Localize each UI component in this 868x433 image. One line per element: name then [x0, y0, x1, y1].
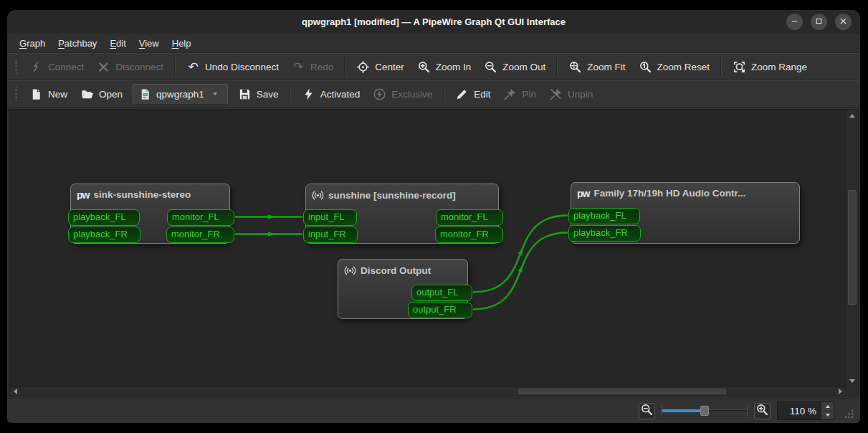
zoom-reset-button[interactable]: Zoom Reset	[632, 57, 717, 77]
pin-icon	[503, 87, 517, 101]
pw-icon: pw	[77, 190, 89, 200]
arrow-left-icon	[14, 389, 17, 394]
toolbar-button-label: Disconnect	[115, 62, 163, 72]
port-monitor-fr[interactable]: monitor_FR	[166, 227, 234, 243]
zoom-in-button[interactable]: Zoom In	[411, 57, 478, 77]
port-playback-fr[interactable]: playback_FR	[68, 227, 140, 243]
toolbar-button-label: Pin	[522, 89, 536, 100]
patchbay-selector-value: qpwgraph1	[156, 89, 204, 100]
menu-patchbay[interactable]: Patchbay	[52, 36, 103, 51]
port-playback-fl[interactable]: playback_FL	[68, 209, 140, 226]
scrollbar-corner	[846, 386, 858, 396]
save-icon	[238, 87, 252, 101]
node-sink-sunshine-stereo[interactable]: pwsink-sunshine-stereoplayback_FLplaybac…	[70, 184, 230, 244]
zoom-slider[interactable]	[662, 404, 748, 418]
zoom-out-button[interactable]	[639, 403, 655, 419]
toolbar-button-label: Zoom Fit	[587, 62, 625, 72]
menubar: GraphPatchbayEditViewHelp	[7, 34, 860, 53]
port-input-fr[interactable]: input_FR	[303, 227, 358, 243]
toolbar-button-label: Zoom Out	[502, 62, 545, 72]
zoom-fit-button[interactable]: Zoom Fit	[562, 57, 631, 77]
toolbar-button-label: Undo Disconnect	[205, 62, 279, 72]
menu-graph[interactable]: Graph	[13, 36, 52, 51]
zoom-spin-down-button[interactable]	[821, 411, 834, 420]
menu-help[interactable]: Help	[166, 36, 198, 51]
maximize-button[interactable]	[811, 14, 827, 30]
node-sunshine-sunshine-record[interactable]: sunshine [sunshine-record]input_FLinput_…	[305, 184, 499, 244]
window-title: qpwgraph1 [modified] — A PipeWire Graph …	[7, 16, 860, 27]
vertical-scroll-thumb[interactable]	[848, 190, 857, 305]
minimize-button[interactable]	[786, 14, 803, 30]
node-title-text: Family 17h/19h HD Audio Contr...	[593, 188, 745, 199]
port-input-fl[interactable]: input_FL	[303, 209, 357, 226]
open-button[interactable]: Open	[74, 84, 129, 105]
zoom-in-button[interactable]	[754, 403, 771, 419]
new-button[interactable]: New	[23, 84, 74, 105]
spin-up-icon	[826, 405, 830, 408]
graph-canvas[interactable]: pwsink-sunshine-stereoplayback_FLplaybac…	[9, 110, 846, 386]
patchbay-selector-combobox[interactable]: qpwgraph1	[133, 84, 228, 105]
maximize-icon	[814, 16, 824, 29]
pin-button: Pin	[497, 84, 543, 105]
qpwgraph-window: qpwgraph1 [modified] — A PipeWire Graph …	[7, 10, 860, 423]
node-title-bar: pwsink-sunshine-stereo	[71, 184, 229, 200]
activated-button[interactable]: Activated	[295, 84, 367, 105]
toolbar-drag-handle[interactable]	[14, 60, 18, 74]
vertical-scrollbar[interactable]	[846, 110, 858, 386]
center-button[interactable]: Center	[350, 57, 411, 77]
node-title-text: sink-sunshine-stereo	[93, 189, 191, 200]
menu-view[interactable]: View	[133, 36, 166, 51]
zoom-range-button[interactable]: Zoom Range	[726, 57, 814, 77]
horizontal-scrollbar[interactable]	[9, 386, 846, 396]
scroll-left-button[interactable]	[9, 387, 21, 396]
connect-button: Connect	[23, 57, 90, 77]
port-output-fr[interactable]: output_FR	[408, 302, 472, 318]
wire-discord-output-output-fr--family-17h-19h-hd-audio-contr-playback-fr[interactable]	[473, 233, 568, 310]
toolbar-button-label: Center	[375, 62, 404, 72]
scroll-down-button[interactable]	[846, 375, 858, 386]
port-monitor-fl[interactable]: monitor_FL	[436, 209, 503, 226]
scroll-right-button[interactable]	[834, 387, 846, 396]
toolbar-patchbay: NewOpenqpwgraph1SaveActivatedExclusiveEd…	[7, 80, 860, 108]
toolbar-separator	[443, 85, 444, 103]
menu-edit[interactable]: Edit	[103, 36, 132, 51]
titlebar[interactable]: qpwgraph1 [modified] — A PipeWire Graph …	[7, 10, 860, 34]
toolbar-button-label: Activated	[320, 89, 361, 100]
undo-icon: ↶	[186, 60, 200, 74]
zoom-value-field[interactable]: 110 %	[778, 402, 821, 419]
redo-icon: ↷	[292, 60, 305, 74]
port-output-fl[interactable]: output_FL	[411, 285, 472, 301]
undo-disconnect-button[interactable]: ↶Undo Disconnect	[180, 57, 285, 77]
scroll-up-button[interactable]	[846, 110, 858, 121]
port-playback-fr[interactable]: playback_FR	[568, 225, 641, 242]
node-discord-output[interactable]: Discord Outputoutput_FLoutput_FR	[338, 259, 468, 319]
zoom-out-button[interactable]: Zoom Out	[477, 57, 552, 77]
toolbar-drag-handle[interactable]	[14, 87, 18, 101]
zoom-spin-up-button[interactable]	[821, 402, 834, 411]
node-family-17h-19h-hd-audio-contr[interactable]: pwFamily 17h/19h HD Audio Contr...playba…	[571, 182, 800, 244]
edit-button[interactable]: Edit	[449, 84, 497, 105]
node-title-bar: Discord Output	[338, 260, 467, 277]
port-playback-fl[interactable]: playback_FL	[568, 208, 640, 224]
redo-button: ↷Redo	[285, 57, 340, 77]
resize-grip[interactable]	[844, 409, 854, 419]
zoom-out-icon	[640, 403, 654, 419]
port-monitor-fl[interactable]: monitor_FL	[167, 209, 234, 226]
close-button[interactable]	[835, 14, 852, 30]
wire-arrow-icon	[268, 214, 275, 219]
zoom-slider-handle[interactable]	[700, 406, 709, 416]
disconnect-icon	[97, 60, 110, 74]
center-icon	[356, 60, 370, 74]
window-controls	[786, 14, 852, 30]
patchbay-file-icon	[138, 87, 152, 101]
toolbar-button-label: Redo	[310, 62, 333, 72]
toolbar-button-label: Zoom Range	[751, 62, 807, 72]
toolbar-button-label: Exclusive	[391, 89, 432, 100]
port-monitor-fr[interactable]: monitor_FR	[435, 227, 503, 243]
horizontal-scroll-thumb[interactable]	[518, 389, 726, 394]
exclusive-button: Exclusive	[366, 84, 439, 105]
save-button[interactable]: Save	[232, 84, 285, 105]
chevron-down-icon	[209, 87, 222, 101]
node-title-text: sunshine [sunshine-record]	[328, 190, 456, 201]
graph-canvas-area: pwsink-sunshine-stereoplayback_FLplaybac…	[9, 109, 859, 396]
